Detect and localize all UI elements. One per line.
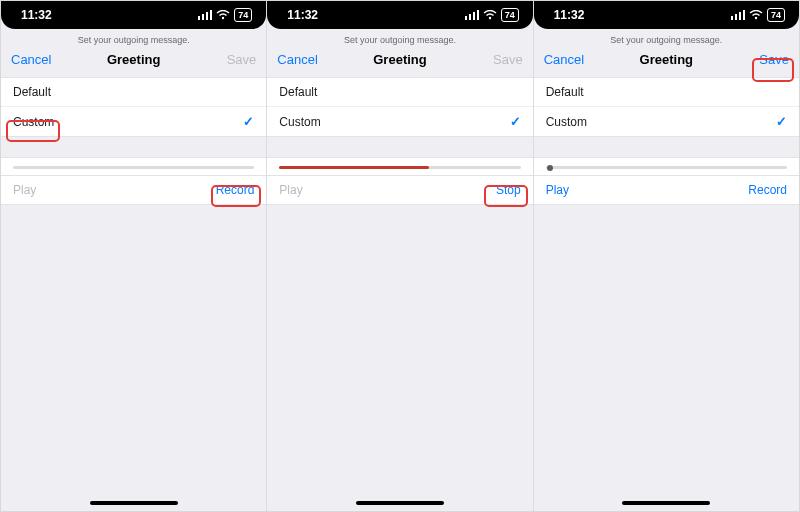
page-title: Greeting <box>640 52 693 67</box>
save-button: Save <box>202 52 256 67</box>
option-label: Default <box>279 85 317 99</box>
wifi-icon <box>483 10 497 20</box>
page-title: Greeting <box>373 52 426 67</box>
svg-rect-5 <box>465 16 467 20</box>
progress-fill <box>279 166 429 169</box>
option-custom[interactable]: Custom ✓ <box>534 106 799 136</box>
cancel-button[interactable]: Cancel <box>11 52 65 67</box>
playback-controls: Play Record <box>1 176 266 205</box>
playback-controls: Play Stop <box>267 176 532 205</box>
checkmark-icon: ✓ <box>776 114 787 129</box>
svg-point-14 <box>755 17 757 19</box>
svg-rect-0 <box>198 16 200 20</box>
nav-bar: Cancel Greeting Save <box>1 49 266 77</box>
progress-track[interactable] <box>279 166 520 169</box>
option-default[interactable]: Default <box>267 78 532 106</box>
svg-rect-3 <box>210 10 212 20</box>
phone-screen-1: 11:32 74 Set your outgoing message. Canc… <box>1 1 267 511</box>
svg-rect-2 <box>206 12 208 20</box>
signal-icon <box>731 10 745 20</box>
stop-button[interactable]: Stop <box>496 183 521 197</box>
svg-rect-12 <box>739 12 741 20</box>
nav-bar: Cancel Greeting Save <box>267 49 532 77</box>
signal-icon <box>198 10 212 20</box>
progress-area <box>534 157 799 176</box>
svg-rect-7 <box>473 12 475 20</box>
phone-screen-2: 11:32 74 Set your outgoing message. Canc… <box>267 1 533 511</box>
record-button[interactable]: Record <box>216 183 255 197</box>
svg-rect-1 <box>202 14 204 20</box>
cancel-button[interactable]: Cancel <box>277 52 331 67</box>
option-label: Custom <box>546 115 587 129</box>
home-indicator[interactable] <box>356 501 444 505</box>
battery-icon: 74 <box>234 8 252 22</box>
greeting-options: Default Custom ✓ <box>267 77 532 137</box>
option-default[interactable]: Default <box>1 78 266 106</box>
status-bar: 11:32 74 <box>267 1 532 29</box>
svg-rect-8 <box>477 10 479 20</box>
progress-area <box>1 157 266 176</box>
save-button: Save <box>469 52 523 67</box>
status-time: 11:32 <box>554 8 585 22</box>
battery-icon: 74 <box>767 8 785 22</box>
svg-rect-11 <box>735 14 737 20</box>
progress-dot <box>547 165 553 171</box>
cancel-button[interactable]: Cancel <box>544 52 598 67</box>
greeting-options: Default Custom ✓ <box>1 77 266 137</box>
play-button: Play <box>279 183 302 197</box>
play-button[interactable]: Play <box>546 183 569 197</box>
wifi-icon <box>749 10 763 20</box>
hint-text: Set your outgoing message. <box>534 29 799 49</box>
progress-track[interactable] <box>546 166 787 169</box>
status-bar: 11:32 74 <box>534 1 799 29</box>
record-button[interactable]: Record <box>748 183 787 197</box>
hint-text: Set your outgoing message. <box>267 29 532 49</box>
svg-point-9 <box>488 17 490 19</box>
progress-area <box>267 157 532 176</box>
battery-icon: 74 <box>501 8 519 22</box>
option-custom[interactable]: Custom ✓ <box>267 106 532 136</box>
status-time: 11:32 <box>21 8 52 22</box>
status-bar: 11:32 74 <box>1 1 266 29</box>
progress-track[interactable] <box>13 166 254 169</box>
hint-text: Set your outgoing message. <box>1 29 266 49</box>
option-label: Default <box>13 85 51 99</box>
playback-controls: Play Record <box>534 176 799 205</box>
signal-icon <box>465 10 479 20</box>
phone-screen-3: 11:32 74 Set your outgoing message. Canc… <box>534 1 799 511</box>
svg-rect-10 <box>731 16 733 20</box>
page-title: Greeting <box>107 52 160 67</box>
status-time: 11:32 <box>287 8 318 22</box>
svg-rect-13 <box>743 10 745 20</box>
checkmark-icon: ✓ <box>510 114 521 129</box>
play-button: Play <box>13 183 36 197</box>
option-label: Default <box>546 85 584 99</box>
option-label: Custom <box>279 115 320 129</box>
option-label: Custom <box>13 115 54 129</box>
save-button[interactable]: Save <box>735 52 789 67</box>
svg-rect-6 <box>469 14 471 20</box>
option-default[interactable]: Default <box>534 78 799 106</box>
home-indicator[interactable] <box>622 501 710 505</box>
nav-bar: Cancel Greeting Save <box>534 49 799 77</box>
greeting-options: Default Custom ✓ <box>534 77 799 137</box>
svg-point-4 <box>222 17 224 19</box>
wifi-icon <box>216 10 230 20</box>
checkmark-icon: ✓ <box>243 114 254 129</box>
option-custom[interactable]: Custom ✓ <box>1 106 266 136</box>
home-indicator[interactable] <box>90 501 178 505</box>
